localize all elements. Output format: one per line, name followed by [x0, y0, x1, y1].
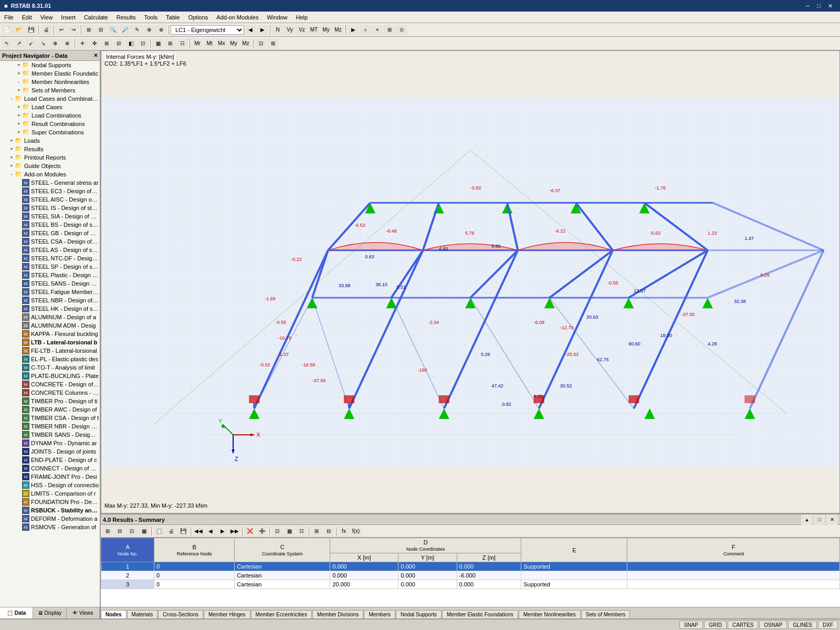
tb2-8[interactable]: ✜	[89, 38, 100, 49]
tb-results-1[interactable]: N	[272, 25, 284, 35]
tb2-10[interactable]: ⊟	[113, 38, 124, 49]
tb2-17[interactable]: Mt	[204, 38, 215, 49]
tree-item[interactable]: MTIMBER Pro - Design of ti	[0, 397, 100, 405]
tb2-21[interactable]: ⊡	[255, 38, 267, 49]
tree-item[interactable]: MTIMBER AWC - Design of	[0, 405, 100, 414]
loadcase-dropdown[interactable]: LC1 - Eigengewicht	[171, 25, 244, 35]
tree-item[interactable]: MRSBUCK - Stability analy	[0, 506, 100, 514]
status-snap[interactable]: SNAP	[679, 621, 703, 629]
print-button[interactable]: 🖨	[40, 25, 52, 35]
bottom-tab-materials[interactable]: Materials	[127, 610, 158, 618]
results-table-container[interactable]: ANode No. BReference Node CCoordinate Sy…	[101, 538, 840, 607]
bottom-tab-nodes[interactable]: Nodes	[101, 610, 127, 618]
bottom-tab-member-hinges[interactable]: Member Hinges	[204, 610, 250, 618]
status-osnap[interactable]: OSNAP	[759, 621, 787, 629]
table-row[interactable]: 1 0 Cartesian 0.000 0.000 0.000 Supporte…	[101, 562, 840, 571]
results-btn-arrow-up[interactable]: ▲	[801, 514, 813, 525]
tree-item[interactable]: MDYNAM Pro - Dynamic ar	[0, 439, 100, 447]
menu-view[interactable]: View	[36, 13, 57, 22]
tree-item[interactable]: -📁Add-on Modules	[0, 170, 100, 178]
tb2-6[interactable]: ⊗	[61, 38, 73, 49]
tb-btn-6[interactable]: ⊕	[143, 25, 155, 35]
tree-item[interactable]: MSTEEL HK - Design of stee	[0, 304, 100, 313]
tb-btn-c[interactable]: ⌖	[372, 25, 383, 35]
tree-item[interactable]: MPLATE-BUCKLING - Plate	[0, 372, 100, 380]
save-button[interactable]: 💾	[25, 25, 37, 35]
tb2-12[interactable]: ⊡	[137, 38, 149, 49]
rtb-fxn[interactable]: f(x)	[350, 526, 362, 537]
rtb-fx[interactable]: fx	[338, 526, 350, 537]
maximize-button[interactable]: □	[814, 2, 824, 10]
status-glines[interactable]: GLINES	[788, 621, 817, 629]
status-cartes[interactable]: CARTES	[728, 621, 758, 629]
rtb-14[interactable]: ⊡	[271, 526, 283, 537]
tree-item[interactable]: MFE-LTB - Lateral-torsional	[0, 346, 100, 355]
tree-item[interactable]: MEND-PLATE - Design of c	[0, 456, 100, 464]
rtb-13[interactable]: ➕	[256, 526, 268, 537]
open-button[interactable]: 📂	[13, 25, 25, 35]
tree-item[interactable]: MCONNECT - Design of she	[0, 464, 100, 472]
tree-item[interactable]: MSTEEL NTC-DF - Design of	[0, 254, 100, 262]
rtb-10[interactable]: ▶	[217, 526, 228, 537]
tree-item[interactable]: +📁Guide Objects	[0, 162, 100, 170]
tree-item[interactable]: +📁Results	[0, 145, 100, 153]
tb2-19[interactable]: My	[228, 38, 239, 49]
menu-window[interactable]: Window	[262, 13, 291, 22]
tree-item[interactable]: MSTEEL Plastic - Design of s	[0, 271, 100, 279]
tree-item[interactable]: MRSMOVE - Generation of	[0, 523, 100, 531]
tree-item[interactable]: MSTEEL BS - Design of steel	[0, 220, 100, 229]
tree-item[interactable]: MEL-PL - Elastic-plastic des	[0, 355, 100, 363]
tree-item[interactable]: -📁Load Cases and Combinatior	[0, 94, 100, 103]
menu-help[interactable]: Help	[292, 13, 312, 22]
tree-item[interactable]: MHSS - Design of connectio	[0, 481, 100, 489]
tb-btn-7[interactable]: ⊗	[155, 25, 167, 35]
bottom-tab-members[interactable]: Members	[364, 610, 395, 618]
rtb-7[interactable]: 💾	[177, 526, 189, 537]
menu-options[interactable]: Options	[184, 13, 212, 22]
tb2-2[interactable]: ↗	[13, 38, 25, 49]
rtb-2[interactable]: ⊟	[114, 526, 125, 537]
nav-tab-data[interactable]: 📋 Data	[0, 607, 33, 618]
tb-btn-5[interactable]: ✎	[131, 25, 143, 35]
tb-results-2[interactable]: Vy	[284, 25, 296, 35]
tree-item[interactable]: MALUMINUM ADM - Desig	[0, 321, 100, 330]
minimize-button[interactable]: ─	[803, 2, 813, 10]
rtb-11[interactable]: ▶▶	[229, 526, 240, 537]
tree-item[interactable]: MSTEEL CSA - Design of ste	[0, 237, 100, 246]
tree-item[interactable]: MSTEEL NBR - Design of ste	[0, 296, 100, 304]
tree-item[interactable]: MSTEEL GB - Design of stee	[0, 229, 100, 237]
tree-item[interactable]: +📁Result Combinations	[0, 120, 100, 128]
tb-btn-3[interactable]: 🔍	[107, 25, 119, 35]
tb2-3[interactable]: ↙	[25, 38, 37, 49]
nav-tab-display[interactable]: 🖥 Display	[33, 607, 66, 618]
rtb-1[interactable]: ⊞	[102, 526, 113, 537]
rtb-3[interactable]: ⊡	[126, 526, 138, 537]
rtb-8[interactable]: ◀◀	[193, 526, 204, 537]
menu-tools[interactable]: Tools	[140, 13, 162, 22]
tb2-20[interactable]: Mz	[240, 38, 251, 49]
tree-item[interactable]: +📁Loads	[0, 136, 100, 145]
tree-item[interactable]: MSTEEL EC3 - Design of ste	[0, 187, 100, 195]
menu-file[interactable]: File	[0, 13, 18, 22]
nav-tab-views[interactable]: 👁 Views	[67, 607, 100, 618]
tree-item[interactable]: MFRAME-JOINT Pro - Desi	[0, 472, 100, 481]
new-button[interactable]: 📄	[1, 25, 13, 35]
rtb-6[interactable]: 🖨	[165, 526, 177, 537]
tb-btn-e[interactable]: ⊙	[396, 25, 407, 35]
tree-item[interactable]: MSTEEL AISC - Design of ste	[0, 195, 100, 204]
rtb-18[interactable]: ⊟	[323, 526, 334, 537]
tree-item[interactable]: MKAPPA - Flexural buckling	[0, 330, 100, 338]
close-button[interactable]: ✕	[825, 2, 836, 10]
tree-item[interactable]: MSTEEL SIA - Design of stee	[0, 212, 100, 220]
tree-item[interactable]: MLTB - Lateral-torsional b	[0, 338, 100, 346]
tb2-1[interactable]: ↖	[1, 38, 13, 49]
tree-item[interactable]: MFOUNDATION Pro - Desig	[0, 498, 100, 506]
redo-button[interactable]: ↪	[68, 25, 79, 35]
nav-tree[interactable]: +📁Nodal Supports+📁Member Elastic Foundat…	[0, 61, 100, 607]
results-btn-close[interactable]: ✕	[826, 514, 838, 525]
table-row[interactable]: 3 0 Cartesian 20.000 0.000 0.000 Support…	[101, 580, 840, 589]
tb2-16[interactable]: Mr	[192, 38, 203, 49]
tree-item[interactable]: +📁Nodal Supports	[0, 61, 100, 69]
bottom-tab-sets-of-members[interactable]: Sets of Members	[581, 610, 631, 618]
bottom-tab-cross-sections[interactable]: Cross-Sections	[158, 610, 203, 618]
